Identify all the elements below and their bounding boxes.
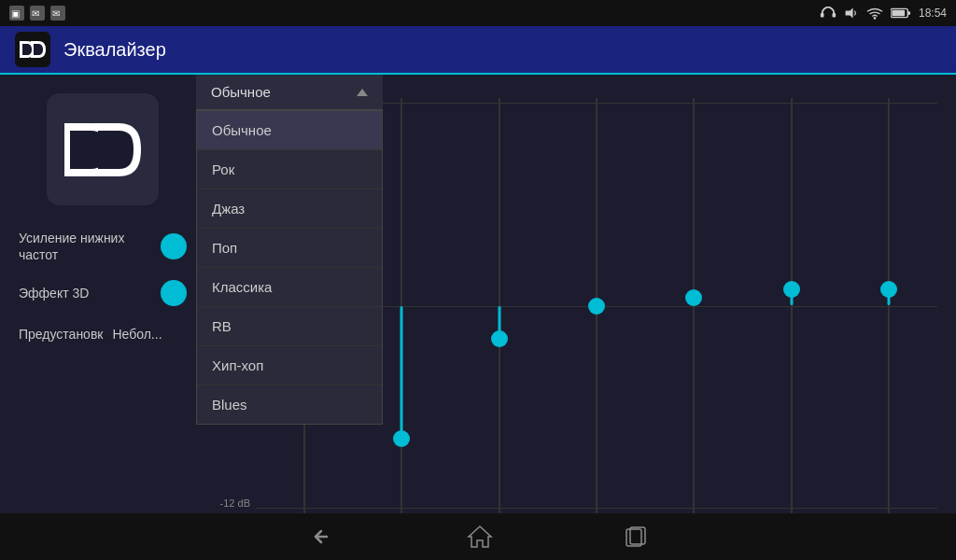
battery-icon — [891, 7, 911, 19]
eq-band-knob-1[interactable] — [393, 430, 410, 447]
app-icon-3: ✉ — [50, 6, 65, 21]
dropdown-item-normal[interactable]: Обычное — [197, 111, 382, 150]
app-logo-box — [47, 93, 159, 205]
eq-band-5[interactable] — [742, 98, 839, 513]
status-time: 18:54 — [919, 7, 947, 20]
effect-3d-label: Эффект 3D — [19, 285, 151, 301]
dropdown-item-classic[interactable]: Классика — [197, 268, 382, 307]
eq-band-2[interactable] — [451, 98, 548, 513]
svg-text:✉: ✉ — [52, 8, 60, 19]
status-left-icons: ▣ ✉ ✉ — [9, 6, 812, 21]
svg-rect-12 — [892, 10, 905, 16]
page-title: Эквалайзер — [63, 39, 166, 61]
app-icon-2: ✉ — [30, 6, 45, 21]
main-content: Усиление нижних частот Эффект 3D Предуст… — [0, 75, 956, 560]
preset-dropdown[interactable]: Обычное ОбычноеРокДжазПопКлассикаRBХип-х… — [196, 75, 383, 425]
eq-band-knob-2[interactable] — [491, 330, 508, 347]
svg-text:▣: ▣ — [11, 8, 20, 19]
dropdown-arrow-icon — [357, 89, 368, 96]
eq-band-knob-4[interactable] — [685, 289, 702, 306]
wifi-icon — [866, 7, 883, 20]
bass-boost-row: Усиление нижних частот — [19, 230, 187, 263]
eq-band-4[interactable] — [645, 98, 742, 513]
eq-band-3[interactable] — [548, 98, 645, 513]
home-icon — [467, 525, 493, 549]
volume-icon — [844, 7, 859, 20]
app-icon-1: ▣ — [9, 6, 24, 21]
dropdown-item-rock[interactable]: Рок — [197, 150, 382, 189]
dropdown-item-hiphop[interactable]: Хип-хоп — [197, 346, 382, 385]
recent-button[interactable] — [624, 525, 648, 549]
bass-boost-toggle[interactable] — [161, 233, 187, 259]
eq-band-track-5 — [791, 98, 793, 513]
headphones-icon — [820, 7, 836, 20]
dropdown-item-rb[interactable]: RB — [197, 307, 382, 346]
dropdown-item-blues[interactable]: Blues — [197, 385, 382, 424]
db-label-bot: -12 dB — [215, 497, 256, 509]
eq-band-6[interactable] — [840, 98, 937, 513]
bass-boost-label: Усиление нижних частот — [19, 230, 151, 263]
dropdown-item-jazz[interactable]: Джаз — [197, 189, 382, 229]
eq-band-knob-5[interactable] — [783, 281, 800, 298]
effect-3d-toggle[interactable] — [161, 280, 187, 306]
eq-band-knob-6[interactable] — [880, 281, 897, 298]
home-button[interactable] — [467, 525, 493, 549]
bottom-nav — [0, 513, 956, 560]
eq-band-track-6 — [888, 98, 890, 513]
left-panel: Усиление нижних частот Эффект 3D Предуст… — [0, 75, 205, 560]
status-bar: ▣ ✉ ✉ 18:54 — [0, 0, 956, 26]
eq-band-fill-1 — [401, 306, 403, 439]
dropdown-selected: Обычное — [211, 84, 271, 100]
recent-icon — [624, 525, 648, 549]
back-button[interactable] — [308, 525, 336, 548]
svg-rect-6 — [821, 13, 824, 18]
back-icon — [308, 525, 336, 548]
svg-rect-7 — [832, 13, 836, 18]
dropdown-header[interactable]: Обычное — [196, 75, 383, 110]
svg-point-9 — [874, 17, 877, 20]
preset-value: Небол... — [112, 327, 162, 342]
svg-text:✉: ✉ — [32, 8, 39, 19]
preset-label: Предустановк — [19, 327, 103, 342]
svg-rect-11 — [907, 11, 910, 15]
dropdown-list: ОбычноеРокДжазПопКлассикаRBХип-хопBlues — [196, 110, 383, 425]
preset-row: Предустановк Небол... — [19, 327, 187, 342]
dropdown-item-pop[interactable]: Поп — [197, 229, 382, 268]
eq-band-knob-3[interactable] — [588, 298, 605, 315]
effect-3d-row: Эффект 3D — [19, 280, 187, 306]
controls-section: Усиление нижних частот Эффект 3D Предуст… — [19, 230, 187, 342]
svg-marker-8 — [846, 7, 853, 18]
title-bar: Эквалайзер — [0, 26, 956, 75]
app-logo — [15, 32, 50, 67]
